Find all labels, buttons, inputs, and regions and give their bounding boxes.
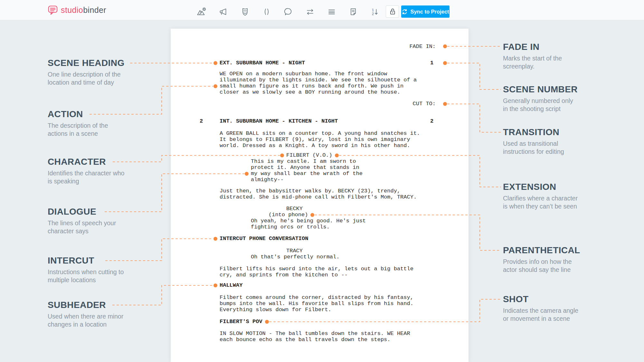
annotation-title: TRANSITION (503, 127, 591, 137)
speech-bubble-icon[interactable] (283, 7, 293, 17)
scene-2-heading-text: INT. SUBURBAN HOME - KITCHEN - NIGHT (220, 118, 338, 124)
annotation-desc: Used when there are minorchanges in a lo… (48, 312, 135, 328)
parentheses-icon[interactable] (261, 7, 272, 17)
scene-1-heading-row: EXT. SUBURBAN HOME - NIGHT1 (171, 60, 469, 66)
lock-icon (389, 7, 396, 16)
action-paragraph-2[interactable]: A GREEN BALL sits on a counter top. A yo… (171, 130, 469, 149)
scene-2-heading-row: 2INT. SUBURBAN HOME - KITCHEN - NIGHT2 (171, 118, 469, 124)
logo-binder: binder (83, 5, 106, 14)
annotation-desc: One line description of thelocation and … (48, 70, 135, 86)
note-page-icon[interactable] (348, 7, 358, 17)
cut-to-line[interactable]: CUT TO: (171, 101, 469, 107)
character-cue-filbert: FILBERT (V.O.) (171, 152, 469, 158)
filbert-dialogue-block[interactable]: FILBERT (V.O.) This is my castle. I am s… (171, 152, 469, 183)
megaphone-icon[interactable] (218, 7, 228, 17)
action-line: Filbert lifts his sword into the air, le… (171, 266, 469, 272)
annotation-desc: Identifies the character whois speaking (48, 169, 135, 185)
sync-to-project-button[interactable]: Sync to Project (401, 5, 450, 18)
dialogue-line: Oh that's perfectly normal. (171, 254, 469, 260)
subheader-line[interactable]: HALLWAY (171, 282, 469, 288)
numbered-sort-icon[interactable]: 1 2 (370, 7, 380, 17)
annotation-action: ACTION The description of theactions in … (48, 109, 135, 137)
scene-1-number-right: 1 (430, 60, 433, 66)
annotation-desc: Instructions when cutting tomultiple loc… (48, 268, 135, 284)
sync-button-label: Sync to Project (410, 9, 449, 15)
annotation-fade-in: FADE IN Marks the start of thescreenplay… (503, 42, 591, 70)
annotation-title: DIALOGUE (48, 207, 135, 217)
annotation-character: CHARACTER Identifies the character whois… (48, 157, 135, 185)
action-paragraph-5[interactable]: Filbert comes around the corner, distrac… (171, 294, 469, 313)
action-line: closer as we slowly see a BOY running ar… (171, 89, 469, 95)
annotation-scene-heading: SCENE HEADING One line description of th… (48, 58, 135, 86)
annotation-title: PARENTHETICAL (503, 245, 591, 255)
svg-text:2: 2 (372, 12, 374, 16)
sync-icon (402, 9, 408, 15)
action-line: A GREEN BALL sits on a counter top. A yo… (171, 130, 469, 136)
intercut-line[interactable]: INTERCUT PHONE CONVERSATION (171, 236, 469, 242)
action-line: small human figure as it runs back and f… (171, 83, 469, 89)
action-line: world. Dressed as a Knight. A toy sword … (171, 143, 469, 149)
annotation-subheader: SUBHEADER Used when there are minorchang… (48, 300, 135, 328)
dialogue-line: my way shall bear the wrath of the (171, 171, 469, 177)
annotation-desc: Clarifies where a characteris when they … (503, 194, 591, 210)
annotation-desc: The description of theactions in a scene (48, 122, 135, 137)
action-line: Everything slows down for Filbert. (171, 307, 469, 313)
annotation-title: EXTENSION (503, 182, 591, 192)
cut-to-block: CUT TO: (171, 101, 469, 107)
dialogue-line: protect it. Anyone that stands in (171, 164, 469, 171)
action-paragraph-6[interactable]: IN SLOW MOTION - The ball tumbles down t… (171, 330, 469, 343)
annotation-scene-number: SCENE NUMBER Generally numbered onlyin t… (503, 84, 591, 113)
annotation-title: SHOT (503, 294, 591, 304)
annotation-title: INTERCUT (48, 255, 135, 266)
studiobinder-logo[interactable]: studiobinder (48, 0, 106, 20)
annotation-title: SUBHEADER (48, 300, 135, 310)
dialogue-line: This is my castle. I am sworn to (171, 158, 469, 164)
fade-in-block: FADE IN: (171, 43, 469, 50)
annotation-desc: Indicates the camera angleor movement in… (503, 307, 591, 322)
logo-text: studiobinder (61, 5, 106, 15)
annotation-desc: Used as transitionalinstructions for edi… (503, 140, 591, 155)
annotation-title: SCENE HEADING (48, 58, 135, 68)
action-paragraph-1[interactable]: WE OPEN on a modern suburban home. The f… (171, 71, 469, 95)
dialogue-line: Oh yeah, he's being good. He's just (171, 218, 469, 224)
top-toolbar: studiobinder (0, 0, 644, 20)
annotation-desc: Marks the start of thescreenplay. (503, 54, 591, 70)
action-line: bumps into the wall. His favorite ball s… (171, 301, 469, 307)
tracy-dialogue-block[interactable]: TRACY Oh that's perfectly normal. (171, 248, 469, 260)
annotation-title: SCENE NUMBER (503, 84, 591, 95)
character-cue-becky: BECKY (171, 206, 469, 212)
subheader-block: HALLWAY (171, 282, 469, 288)
action-line: illuminated by the lights inside. We see… (171, 77, 469, 83)
studiobinder-screenplay-editor: studiobinder (0, 0, 644, 362)
action-paragraph-4[interactable]: Filbert lifts his sword into the air, le… (171, 266, 469, 278)
annotation-intercut: INTERCUT Instructions when cutting tomul… (48, 255, 135, 284)
action-line: Just then, the babysitter walks by. BECK… (171, 188, 469, 194)
action-line: It belongs to FILBERT (9), wiry, lost in… (171, 136, 469, 143)
action-line: WE OPEN on a modern suburban home. The f… (171, 71, 469, 77)
character-cue-tracy: TRACY (171, 248, 469, 254)
shot-block: FILBERT'S POV (171, 319, 469, 325)
text-lines-icon[interactable] (327, 7, 337, 17)
mountain-gear-icon[interactable] (196, 7, 207, 17)
annotation-extension: EXTENSION Clarifies where a characteris … (503, 182, 591, 210)
lock-button[interactable] (386, 5, 399, 18)
annotation-desc: Generally numbered onlyin the shooting s… (503, 97, 591, 113)
annotation-dialogue: DIALOGUE The lines of speech yourcharact… (48, 207, 135, 235)
shot-line[interactable]: FILBERT'S POV (171, 319, 469, 325)
annotation-title: FADE IN (503, 42, 591, 52)
action-line: distracted. She is mid-phone call with F… (171, 194, 469, 200)
dialogue-line: fighting orcs or trolls. (171, 224, 469, 230)
action-paragraph-3[interactable]: Just then, the babysitter walks by. BECK… (171, 188, 469, 200)
theater-mask-icon[interactable] (240, 7, 250, 17)
action-line: cry, and sprints from the kitchen to -- (171, 272, 469, 278)
scene-2-heading[interactable]: 2INT. SUBURBAN HOME - KITCHEN - NIGHT2 (171, 118, 469, 124)
svg-text:1: 1 (372, 8, 374, 12)
annotation-desc: Provides info on how theactor should say… (503, 258, 591, 274)
dialogue-line: almighty-- (171, 177, 469, 183)
swap-arrows-icon[interactable] (305, 7, 315, 17)
scene-2-number-right: 2 (430, 118, 433, 124)
fade-in-line[interactable]: FADE IN: (171, 43, 469, 50)
becky-dialogue-block[interactable]: BECKY (into phone) Oh yeah, he's being g… (171, 206, 469, 230)
scene-1-heading[interactable]: EXT. SUBURBAN HOME - NIGHT1 (171, 60, 469, 66)
action-line: each bounce echo as the ball travels dow… (171, 337, 469, 343)
